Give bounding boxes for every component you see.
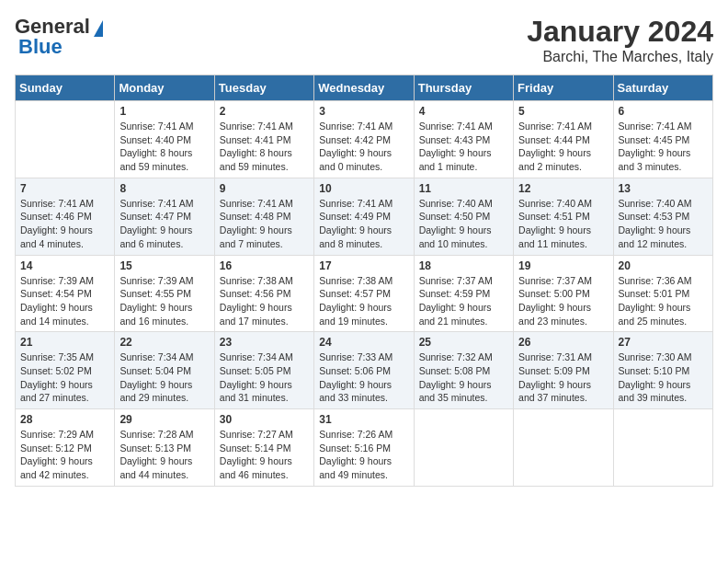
day-number: 24 (319, 336, 408, 349)
sunrise-text: Sunrise: 7:41 AM (119, 197, 209, 211)
daylight-text: and 42 minutes. (20, 468, 109, 482)
daylight-text: and 46 minutes. (220, 468, 309, 482)
day-number: 17 (319, 259, 408, 272)
sunrise-text: Sunrise: 7:41 AM (518, 120, 608, 133)
day-number: 25 (419, 336, 508, 349)
daylight-text: Daylight: 9 hours (220, 454, 309, 468)
calendar-cell: 1Sunrise: 7:41 AMSunset: 4:40 PMDaylight… (115, 101, 214, 178)
sunrise-text: Sunrise: 7:39 AM (119, 274, 209, 288)
page-subtitle: Barchi, The Marches, Italy (527, 49, 713, 65)
daylight-text: and 31 minutes. (220, 391, 309, 405)
day-number: 27 (619, 336, 708, 349)
calendar-cell: 7Sunrise: 7:41 AMSunset: 4:46 PMDaylight… (16, 178, 115, 255)
calendar-cell: 15Sunrise: 7:39 AMSunset: 4:55 PMDayligh… (115, 255, 214, 332)
calendar-cell: 4Sunrise: 7:41 AMSunset: 4:43 PMDaylight… (414, 101, 513, 178)
sunset-text: Sunset: 4:53 PM (619, 210, 708, 224)
day-number: 12 (518, 182, 608, 195)
daylight-text: and 4 minutes. (20, 237, 109, 251)
daylight-text: and 17 minutes. (220, 315, 309, 328)
sunrise-text: Sunrise: 7:26 AM (319, 428, 408, 442)
logo-blue: Blue (18, 35, 63, 58)
title-block: January 2024 Barchi, The Marches, Italy (527, 15, 713, 65)
sunset-text: Sunset: 5:12 PM (20, 442, 109, 455)
day-number: 10 (319, 182, 408, 195)
daylight-text: and 29 minutes. (119, 391, 209, 405)
daylight-text: and 1 minute. (419, 160, 508, 174)
day-number: 5 (518, 105, 608, 118)
daylight-text: and 37 minutes. (518, 391, 608, 405)
sunrise-text: Sunrise: 7:41 AM (20, 197, 109, 211)
day-number: 6 (619, 105, 708, 118)
daylight-text: and 59 minutes. (220, 160, 309, 174)
sunset-text: Sunset: 5:05 PM (220, 364, 309, 378)
sunset-text: Sunset: 4:54 PM (20, 287, 109, 301)
sunrise-text: Sunrise: 7:32 AM (419, 350, 508, 364)
day-number: 20 (619, 259, 708, 272)
daylight-text: and 35 minutes. (419, 391, 508, 405)
calendar-cell: 25Sunrise: 7:32 AMSunset: 5:08 PMDayligh… (414, 332, 513, 409)
daylight-text: Daylight: 9 hours (319, 454, 408, 468)
day-number: 18 (419, 259, 508, 272)
sunset-text: Sunset: 5:10 PM (619, 364, 708, 378)
sunrise-text: Sunrise: 7:41 AM (220, 197, 309, 211)
daylight-text: Daylight: 9 hours (518, 378, 608, 392)
sunset-text: Sunset: 4:45 PM (619, 133, 708, 147)
daylight-text: Daylight: 9 hours (319, 146, 408, 160)
calendar-cell (514, 409, 613, 487)
sunset-text: Sunset: 5:13 PM (119, 442, 209, 455)
day-number: 7 (20, 182, 109, 195)
daylight-text: and 2 minutes. (518, 160, 608, 174)
daylight-text: and 39 minutes. (619, 391, 708, 405)
calendar-weekday-friday: Friday (514, 75, 613, 101)
calendar-table: SundayMondayTuesdayWednesdayThursdayFrid… (15, 75, 713, 487)
day-number: 11 (419, 182, 508, 195)
calendar-cell: 12Sunrise: 7:40 AMSunset: 4:51 PMDayligh… (514, 178, 613, 255)
calendar-cell: 22Sunrise: 7:34 AMSunset: 5:04 PMDayligh… (115, 332, 214, 409)
daylight-text: and 49 minutes. (319, 468, 408, 482)
sunset-text: Sunset: 4:55 PM (119, 287, 209, 301)
sunset-text: Sunset: 5:16 PM (319, 442, 408, 455)
calendar-cell: 11Sunrise: 7:40 AMSunset: 4:50 PMDayligh… (414, 178, 513, 255)
sunset-text: Sunset: 5:06 PM (319, 364, 408, 378)
daylight-text: Daylight: 9 hours (119, 454, 209, 468)
sunset-text: Sunset: 4:40 PM (119, 133, 209, 147)
calendar-cell: 24Sunrise: 7:33 AMSunset: 5:06 PMDayligh… (314, 332, 414, 409)
calendar-week-row: 28Sunrise: 7:29 AMSunset: 5:12 PMDayligh… (16, 409, 713, 487)
calendar-header-row: SundayMondayTuesdayWednesdayThursdayFrid… (16, 75, 713, 101)
sunrise-text: Sunrise: 7:37 AM (518, 274, 608, 288)
calendar-cell: 9Sunrise: 7:41 AMSunset: 4:48 PMDaylight… (214, 178, 313, 255)
page-title: January 2024 (527, 15, 713, 49)
sunrise-text: Sunrise: 7:28 AM (119, 428, 209, 442)
daylight-text: Daylight: 9 hours (518, 146, 608, 160)
sunrise-text: Sunrise: 7:31 AM (518, 350, 608, 364)
day-number: 16 (220, 259, 309, 272)
daylight-text: Daylight: 9 hours (419, 146, 508, 160)
sunset-text: Sunset: 4:41 PM (220, 133, 309, 147)
daylight-text: and 23 minutes. (518, 315, 608, 328)
daylight-text: Daylight: 8 hours (220, 146, 309, 160)
daylight-text: and 6 minutes. (119, 237, 209, 251)
daylight-text: and 7 minutes. (220, 237, 309, 251)
daylight-text: and 16 minutes. (119, 315, 209, 328)
sunrise-text: Sunrise: 7:33 AM (319, 350, 408, 364)
daylight-text: Daylight: 9 hours (220, 224, 309, 237)
calendar-cell: 31Sunrise: 7:26 AMSunset: 5:16 PMDayligh… (314, 409, 414, 487)
day-number: 28 (20, 413, 109, 426)
calendar-cell: 16Sunrise: 7:38 AMSunset: 4:56 PMDayligh… (214, 255, 313, 332)
sunset-text: Sunset: 4:46 PM (20, 210, 109, 224)
sunset-text: Sunset: 4:47 PM (119, 210, 209, 224)
calendar-cell: 13Sunrise: 7:40 AMSunset: 4:53 PMDayligh… (613, 178, 712, 255)
daylight-text: Daylight: 9 hours (619, 146, 708, 160)
sunrise-text: Sunrise: 7:38 AM (220, 274, 309, 288)
sunrise-text: Sunrise: 7:34 AM (119, 350, 209, 364)
calendar-weekday-monday: Monday (115, 75, 214, 101)
daylight-text: and 10 minutes. (419, 237, 508, 251)
day-number: 3 (319, 105, 408, 118)
daylight-text: Daylight: 9 hours (619, 224, 708, 237)
calendar-weekday-wednesday: Wednesday (314, 75, 414, 101)
daylight-text: and 25 minutes. (619, 315, 708, 328)
daylight-text: and 33 minutes. (319, 391, 408, 405)
calendar-cell: 23Sunrise: 7:34 AMSunset: 5:05 PMDayligh… (214, 332, 313, 409)
day-number: 4 (419, 105, 508, 118)
calendar-cell: 19Sunrise: 7:37 AMSunset: 5:00 PMDayligh… (514, 255, 613, 332)
